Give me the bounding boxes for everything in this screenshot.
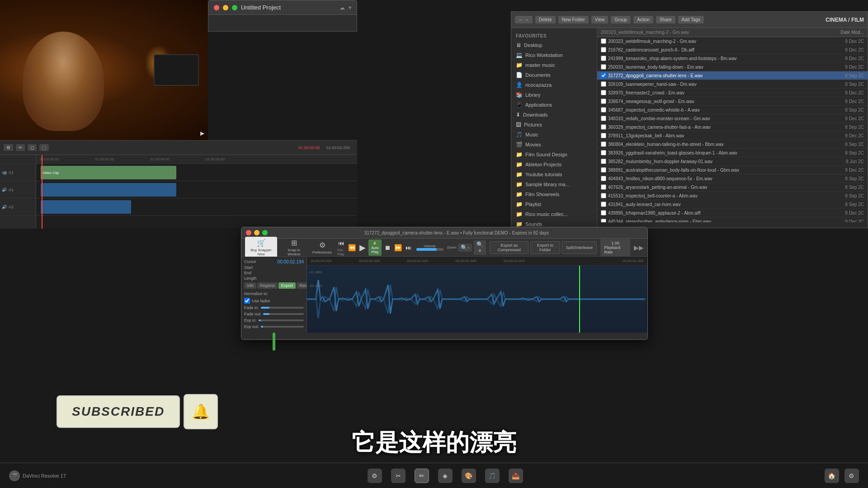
taskbar-icon-fairlight[interactable]: 🎵 — [485, 469, 500, 483]
file-checkbox[interactable] — [601, 193, 606, 198]
video-clip[interactable]: Video Clip — [41, 166, 176, 179]
action-btn[interactable]: Action — [633, 16, 653, 23]
taskbar-icon-edit[interactable]: ✏ — [415, 469, 429, 483]
file-checkbox[interactable] — [601, 116, 606, 121]
sidebar-item-applications[interactable]: 📱 Applications — [511, 100, 597, 110]
timeline-btn-2[interactable]: ✂ — [16, 144, 25, 151]
exp-in-slider[interactable] — [259, 319, 304, 321]
file-checkbox[interactable] — [601, 176, 606, 181]
sidebar-item-workstation[interactable]: 💻 Rico Workstation — [511, 50, 597, 60]
file-item[interactable]: 385282_mulumbimby_horn-doppler-faraway-0… — [597, 157, 868, 166]
file-checkbox[interactable] — [601, 150, 606, 155]
snapper-minimize-dot[interactable] — [254, 230, 259, 235]
playback-rate-control[interactable]: 1.00 Playback Rate — [600, 239, 630, 256]
snapper-expand-button[interactable]: ▶▶ — [634, 244, 644, 251]
file-item[interactable]: 200323_webbfilmsuk_marching-2 - Gm.wav 9… — [597, 37, 868, 46]
sidebar-item-sample[interactable]: 📁 Sample library ma... — [511, 179, 597, 189]
snapper-maximize-dot[interactable] — [262, 230, 268, 235]
sidebar-item-library[interactable]: 📚 Library — [511, 90, 597, 100]
timeline-btn-3[interactable]: ◻ — [28, 144, 37, 151]
file-item[interactable]: 360329_inspectorj_camera-shutter-fast-a … — [597, 123, 868, 131]
file-checkbox[interactable] — [601, 99, 606, 104]
file-item[interactable]: 431841_audy-leonard_car-horn.wav 8 Sep 2… — [597, 200, 868, 209]
file-item[interactable]: 345687_inspectorj_comedic-whistle-b - A.… — [597, 106, 868, 114]
zoom-out-button[interactable]: 🔍- — [458, 244, 472, 252]
timeline-btn-1[interactable]: ⚙ — [4, 144, 13, 151]
file-checkbox[interactable] — [601, 167, 606, 173]
fade-out-slider[interactable] — [263, 313, 304, 315]
file-item[interactable]: 388891_australopithecusman_body-falls-on… — [597, 166, 868, 174]
sidebar-item-ricocazazza[interactable]: 👤 ricocazazza — [511, 80, 597, 90]
play-button[interactable]: ▶ — [359, 242, 367, 253]
zoom-in-button[interactable]: 🔍+ — [474, 240, 486, 255]
file-checkbox[interactable] — [601, 141, 606, 147]
stop-button[interactable]: ⏹ — [383, 243, 392, 252]
taskbar-icon-deliver[interactable]: 📤 — [509, 469, 523, 483]
tab-regions[interactable]: Regions — [257, 282, 278, 289]
file-checkbox[interactable] — [601, 64, 606, 70]
taskbar-icon-color[interactable]: 🎨 — [462, 469, 476, 483]
file-item[interactable]: 445344_stereobrother_ambulance-siren - E… — [597, 217, 868, 222]
preferences-button[interactable]: ⚙ Preferences — [311, 240, 334, 255]
snap-to-window-button[interactable]: ⊞ Snap to Window — [281, 238, 307, 257]
file-item[interactable]: 241999_tomasroko_shop-alarm-system-and-f… — [597, 54, 868, 63]
back-forward-btn[interactable]: ← → — [515, 16, 533, 23]
file-item[interactable]: 439895_lchapman1980_applause-2 - Abm.aif… — [597, 209, 868, 217]
share-btn[interactable]: Share — [656, 16, 675, 23]
split-interleave-button[interactable]: Split/Interleave — [562, 241, 597, 254]
file-item[interactable]: 317272_dpoggioli_camera-shutter-lens - E… — [597, 71, 868, 80]
waveform-canvas[interactable]: -01 dBfs -03 dBfs — [307, 266, 647, 333]
file-checkbox[interactable] — [601, 56, 606, 61]
file-item[interactable]: 348310_redafs_zombie-monster-scream - Gm… — [597, 114, 868, 123]
taskbar-icon-1[interactable]: ⚙ — [368, 469, 382, 483]
export-folder-button[interactable]: Export to Folder — [530, 241, 560, 254]
volume-control[interactable]: Volume — [416, 244, 443, 251]
use-fades-checkbox[interactable] — [244, 298, 250, 304]
sidebar-item-master-music[interactable]: 📁 master music — [511, 60, 597, 70]
taskbar-icon-cut[interactable]: ✂ — [391, 469, 406, 483]
file-item[interactable]: 407626_aryanostark_petting-an-animal - G… — [597, 183, 868, 192]
file-scroll[interactable]: 200323_webbfilmsuk_marching-2 - Gm.wav 9… — [597, 37, 868, 222]
file-item[interactable]: 383926_yggdrasil-vanaheim_toast-glasses-… — [597, 149, 868, 157]
exp-out-slider[interactable] — [261, 326, 304, 328]
add-tags-btn[interactable]: Add Tags — [678, 16, 704, 23]
buy-snapper-button[interactable]: 🛒 Buy Snapper Now — [245, 237, 277, 258]
sidebar-item-downloads[interactable]: ⬇ Downloads — [511, 110, 597, 120]
timeline-tracks[interactable]: 01:00:00:00 01:00:02:00 01:00:04:00 01:0… — [36, 155, 357, 229]
file-item[interactable]: 404843_hmilleo_nikon-d800-sequence-5x - … — [597, 174, 868, 183]
sidebar-item-showreels[interactable]: 📁 Film Showreels — [511, 189, 597, 199]
taskbar-settings-icon[interactable]: ⚙ — [844, 469, 859, 483]
file-checkbox[interactable] — [601, 202, 606, 207]
waveform-playhead[interactable] — [579, 266, 580, 333]
export-compressed-button[interactable]: Export as Compressed — [490, 241, 528, 254]
waveform-panel[interactable]: 00:00:00.000 00:00:00.500 00:00:01.000 0… — [307, 257, 647, 333]
new-folder-btn[interactable]: New Folder — [558, 16, 589, 23]
sidebar-item-youtube[interactable]: 📁 Youtube tutorials — [511, 169, 597, 179]
file-checkbox[interactable] — [601, 38, 606, 44]
view-btn[interactable]: View — [591, 16, 609, 23]
sidebar-item-rico-music[interactable]: 📁 Rico music collec... — [511, 209, 597, 219]
group-btn[interactable]: Group — [611, 16, 631, 23]
fast-forward-button[interactable]: ⏩ — [393, 243, 403, 252]
file-item[interactable]: 380804_eleniklein_human-talking-in-the-s… — [597, 140, 868, 149]
sidebar-item-playlist[interactable]: 📁 Playlist — [511, 199, 597, 209]
taskbar-icon-fusion[interactable]: ◈ — [438, 469, 453, 483]
taskbar-home-icon[interactable]: 🏠 — [825, 469, 839, 483]
file-checkbox[interactable] — [601, 184, 606, 190]
window-maximize-dot[interactable] — [232, 5, 237, 10]
file-checkbox[interactable] — [601, 47, 606, 52]
file-checkbox[interactable] — [601, 81, 606, 87]
window-minimize-dot[interactable] — [223, 5, 228, 10]
file-checkbox[interactable] — [601, 107, 606, 113]
file-checkbox[interactable] — [601, 210, 606, 216]
audio-clip-2[interactable] — [41, 200, 131, 214]
file-item[interactable]: 338674_newagesoup_wolf-growl - Em.wav 9 … — [597, 97, 868, 106]
file-item[interactable]: 326109_luannwepener_hand-saw - Dm.wav 8 … — [597, 80, 868, 89]
audio-clip-1[interactable] — [41, 183, 176, 197]
sidebar-item-film-sound[interactable]: 📁 Film Sound Design — [511, 150, 597, 160]
tab-info[interactable]: Info — [244, 282, 256, 289]
file-checkbox[interactable] — [601, 73, 606, 78]
tab-export[interactable]: Export — [278, 282, 296, 289]
snapper-close-dot[interactable] — [246, 230, 251, 235]
volume-slider[interactable] — [416, 248, 443, 251]
